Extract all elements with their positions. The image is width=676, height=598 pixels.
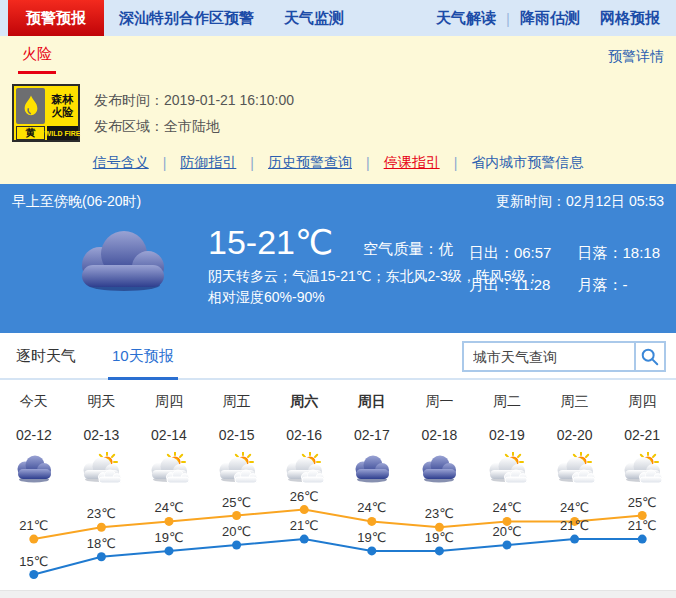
warning-body: 森林 火险 黄 WILD FIRE 发布时间：2019-01-21 16:10:…	[12, 84, 664, 142]
chart-point-label: 15℃	[19, 554, 48, 569]
sun-moon-value: -	[622, 276, 627, 293]
warning-link-separator: |	[366, 155, 370, 171]
forecast-days: 今天02-12 明天02-13 周四02-14	[0, 380, 676, 488]
chart-point-low	[165, 546, 174, 555]
sun-moon-label: 日出：	[469, 244, 514, 261]
nav-tab-0[interactable]: 预警预报	[8, 0, 104, 36]
chart-point-label: 25℃	[222, 495, 251, 510]
temperature-range: 15-21℃	[208, 223, 333, 261]
sun-moon-item-0: 日出：06:57	[469, 244, 552, 263]
warning-link-separator: |	[454, 155, 458, 171]
nav-link-0[interactable]: 天气解读	[426, 9, 506, 28]
chart-point-low	[29, 570, 38, 579]
sun-moon-item-3: 月落：-	[577, 276, 660, 295]
flame-cell	[16, 88, 45, 124]
day-date: 02-20	[541, 427, 609, 443]
day-date: 02-15	[203, 427, 271, 443]
sign-level-en: WILD FIRE	[47, 126, 78, 140]
sign-title-line2: 火险	[52, 106, 74, 119]
chart-point-high	[165, 517, 174, 526]
period-label: 早上至傍晚(06-20时)	[12, 193, 141, 211]
day-column-4[interactable]: 周六02-16	[270, 393, 338, 488]
sun-moon-value: 06:57	[514, 244, 552, 261]
chart-point-label: 26℃	[290, 489, 319, 504]
chart-point-label: 25℃	[628, 495, 657, 510]
warning-link-4[interactable]: 省内城市预警信息	[471, 154, 583, 172]
nav-link-2[interactable]: 网格预报	[590, 9, 670, 28]
day-date: 02-18	[406, 427, 474, 443]
top-navigation: 预警预报深汕特别合作区预警天气监测 天气解读|降雨估测网格预报	[0, 0, 676, 36]
current-header: 早上至傍晚(06-20时) 更新时间：02月12日 05:53	[0, 184, 676, 211]
chart-line-low	[34, 539, 642, 574]
bottom-scrollbar[interactable]	[0, 590, 676, 598]
chart-point-label: 19℃	[154, 530, 183, 545]
nav-link-1[interactable]: 降雨估测	[510, 9, 590, 28]
chart-point-low	[367, 546, 376, 555]
day-column-2[interactable]: 周四02-14	[135, 393, 203, 488]
overcast-icon	[350, 452, 394, 484]
wildfire-warning-sign: 森林 火险 黄 WILD FIRE	[12, 84, 80, 142]
warning-link-separator: |	[250, 155, 254, 171]
partly-cloudy-icon-cell	[270, 452, 338, 484]
forecast-tab-1[interactable]: 10天预报	[108, 347, 178, 380]
chart-point-high	[232, 511, 241, 520]
forecast-tabbar: 逐时天气10天预报	[0, 333, 676, 380]
sun-moon-value: 18:18	[622, 244, 660, 261]
forecast-tab-0[interactable]: 逐时天气	[12, 347, 80, 378]
chart-point-low	[97, 552, 106, 561]
day-name: 周五	[203, 393, 271, 411]
chart-point-label: 21℃	[628, 518, 657, 533]
day-column-3[interactable]: 周五02-15	[203, 393, 271, 488]
sun-moon-label: 月落：	[577, 276, 622, 293]
partly-cloudy-icon-cell	[473, 452, 541, 484]
warning-details-link[interactable]: 预警详情	[608, 48, 664, 74]
warning-link-1[interactable]: 防御指引	[180, 154, 236, 172]
nav-tab-2[interactable]: 天气监测	[269, 0, 359, 36]
publish-area-row: 发布区域：全市陆地	[94, 113, 294, 139]
publish-time-value: 2019-01-21 16:10:00	[164, 92, 294, 108]
chart-point-label: 18℃	[87, 536, 116, 551]
chart-line-high	[34, 510, 642, 539]
day-date: 02-19	[473, 427, 541, 443]
tab-fire-risk[interactable]: 火险	[18, 45, 56, 74]
update-time-value: 02月12日 05:53	[566, 193, 664, 209]
partly-cloudy-icon	[215, 452, 259, 484]
day-column-0[interactable]: 今天02-12	[0, 393, 68, 488]
day-column-6[interactable]: 周一02-18	[406, 393, 474, 488]
search-input[interactable]	[462, 341, 634, 372]
chart-point-low	[232, 541, 241, 550]
day-column-9[interactable]: 周四02-21	[608, 393, 676, 488]
day-date: 02-17	[338, 427, 406, 443]
chart-point-low	[638, 535, 647, 544]
day-column-1[interactable]: 明天02-13	[68, 393, 136, 488]
chart-point-high	[300, 505, 309, 514]
chart-point-label: 20℃	[492, 524, 521, 539]
day-date: 02-14	[135, 427, 203, 443]
chart-point-label: 19℃	[357, 530, 386, 545]
search-button[interactable]	[634, 341, 666, 372]
update-time: 更新时间：02月12日 05:53	[496, 193, 664, 211]
chart-point-label: 24℃	[357, 500, 386, 515]
day-column-8[interactable]: 周三02-20	[541, 393, 609, 488]
day-name: 今天	[0, 393, 68, 411]
overcast-icon-cell	[0, 452, 68, 484]
day-name: 周六	[270, 393, 338, 411]
sign-title: 森林 火险	[47, 88, 78, 124]
chart-point-low	[570, 535, 579, 544]
partly-cloudy-icon-cell	[203, 452, 271, 484]
warning-link-3[interactable]: 停课指引	[384, 154, 440, 172]
chart-point-label: 21℃	[290, 518, 319, 533]
temperature-chart: 21℃23℃24℃25℃26℃24℃23℃24℃24℃25℃15℃18℃19℃2…	[0, 488, 676, 590]
overcast-icon	[12, 452, 56, 484]
day-column-7[interactable]: 周二02-19	[473, 393, 541, 488]
update-time-label: 更新时间：	[496, 193, 566, 209]
chart-point-label: 24℃	[560, 500, 589, 515]
nav-tab-1[interactable]: 深汕特别合作区预警	[104, 0, 269, 36]
partly-cloudy-icon	[79, 452, 123, 484]
warning-link-2[interactable]: 历史预警查询	[268, 154, 352, 172]
partly-cloudy-icon-cell	[608, 452, 676, 484]
warning-link-0[interactable]: 信号含义	[93, 154, 149, 172]
air-quality-value: 优	[438, 240, 453, 257]
chart-point-label: 23℃	[87, 506, 116, 521]
day-column-5[interactable]: 周日02-17	[338, 393, 406, 488]
